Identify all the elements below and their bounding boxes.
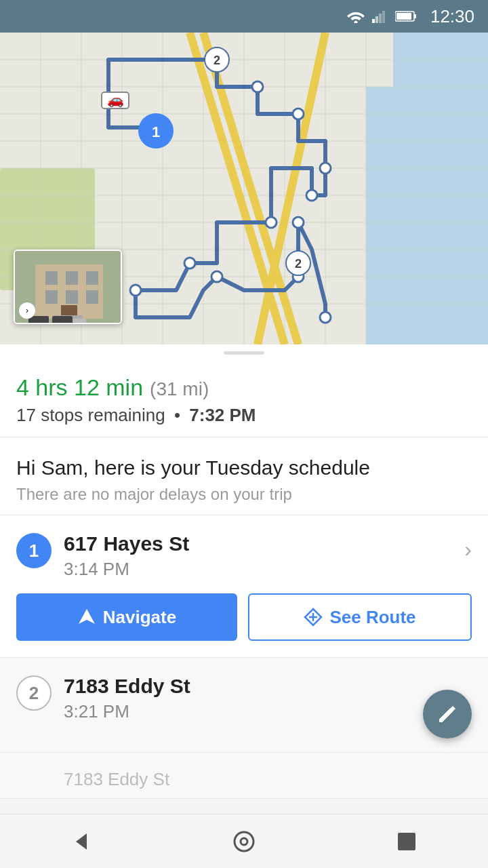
svg-rect-59: [45, 290, 58, 304]
trip-time-row: 4 hrs 12 min (31 mi): [16, 374, 472, 401]
svg-rect-57: [66, 271, 78, 285]
schedule-title: Hi Sam, here is your Tuesday schedule: [16, 456, 472, 479]
stop-2-time: 3:21 PM: [64, 701, 472, 722]
svg-text:2: 2: [295, 257, 302, 271]
svg-text:1: 1: [152, 123, 160, 140]
stop-1-actions: Navigate See Route: [16, 593, 472, 641]
stop-1-header: 1 617 Hayes St 3:14 PM ›: [16, 532, 472, 580]
stop-2-info: 7183 Eddy St 3:21 PM: [64, 674, 472, 722]
drag-pill: [224, 351, 264, 355]
status-time: 12:30: [430, 6, 474, 27]
svg-point-36: [293, 108, 304, 119]
svg-point-73: [241, 838, 247, 845]
route-diamond-icon: [304, 608, 323, 627]
stop-nav-button[interactable]: [386, 821, 427, 862]
navigate-button-label: Navigate: [103, 607, 176, 628]
svg-point-39: [266, 217, 277, 228]
svg-rect-56: [45, 271, 58, 285]
stop-2-number: 2: [29, 683, 39, 704]
svg-point-72: [235, 832, 253, 851]
svg-text:🚗: 🚗: [107, 92, 124, 108]
edit-pencil-icon: [436, 703, 458, 725]
svg-rect-2: [375, 16, 378, 23]
svg-rect-4: [382, 11, 385, 23]
edit-fab-button[interactable]: [423, 690, 472, 738]
home-icon: [232, 829, 256, 854]
stop-2-address: 7183 Eddy St: [64, 674, 472, 698]
see-route-button[interactable]: See Route: [248, 593, 472, 641]
schedule-subtitle: There are no major delays on your trip: [16, 485, 472, 504]
drag-handle[interactable]: [0, 344, 488, 361]
svg-marker-67: [79, 609, 95, 624]
stop-1-badge: 1: [16, 533, 52, 568]
trip-summary: 4 hrs 12 min (31 mi) 17 stops remaining …: [0, 361, 488, 437]
battery-icon: [395, 10, 417, 22]
svg-rect-3: [379, 14, 382, 23]
svg-point-40: [184, 258, 195, 269]
trip-duration: 4 hrs 12 min: [16, 374, 143, 401]
svg-point-35: [252, 81, 263, 92]
back-nav-button[interactable]: [61, 821, 102, 862]
bottom-nav: [0, 814, 488, 868]
svg-point-37: [320, 163, 331, 174]
stop-2-header: 2 7183 Eddy St 3:21 PM: [16, 674, 472, 722]
stop-item-partial: 7183 Eddy St: [0, 753, 488, 799]
trip-stops-row: 17 stops remaining • 7:32 PM: [16, 405, 472, 426]
svg-text:2: 2: [214, 54, 220, 67]
svg-point-42: [211, 271, 222, 282]
map-area[interactable]: 2 2 🚗 1: [0, 33, 488, 344]
chevron-right-icon-1[interactable]: ›: [464, 537, 472, 562]
svg-rect-7: [396, 13, 411, 20]
svg-point-0: [354, 21, 357, 24]
stop-1-time: 3:14 PM: [64, 559, 458, 580]
street-photo-thumbnail[interactable]: ›: [14, 250, 122, 324]
schedule-header: Hi Sam, here is your Tuesday schedule Th…: [0, 437, 488, 515]
svg-marker-71: [76, 833, 87, 850]
see-route-button-label: See Route: [329, 607, 415, 628]
stop-icon: [396, 831, 417, 852]
svg-rect-58: [86, 271, 98, 285]
signal-icon: [372, 9, 388, 23]
navigate-button[interactable]: Navigate: [16, 593, 237, 641]
stop-item-1[interactable]: 1 617 Hayes St 3:14 PM › Navigate See Ro…: [0, 515, 488, 658]
home-nav-button[interactable]: [224, 821, 264, 862]
bullet: •: [174, 405, 180, 425]
trip-eta: 7:32 PM: [189, 405, 256, 425]
svg-rect-74: [398, 833, 415, 850]
svg-point-44: [293, 217, 304, 228]
svg-point-38: [306, 190, 317, 201]
svg-rect-60: [66, 290, 78, 304]
stops-remaining: 17 stops remaining: [16, 405, 165, 425]
stop-1-number: 1: [29, 540, 39, 561]
stop-2-badge: 2: [16, 675, 52, 711]
stop-item-2[interactable]: 2 7183 Eddy St 3:21 PM: [0, 658, 488, 753]
status-icons: 12:30: [346, 6, 474, 27]
status-bar: 12:30: [0, 0, 488, 33]
wifi-icon: [346, 9, 365, 23]
partial-stop-address: 7183 Eddy St: [16, 769, 472, 790]
navigate-arrow-icon: [77, 608, 96, 627]
svg-rect-66: [52, 316, 73, 324]
svg-point-45: [320, 312, 331, 323]
svg-point-41: [130, 285, 141, 296]
svg-rect-10: [366, 87, 488, 344]
trip-distance: (31 mi): [150, 378, 209, 400]
svg-rect-1: [372, 19, 375, 23]
stop-1-address: 617 Hayes St: [64, 532, 458, 556]
svg-rect-6: [414, 14, 416, 18]
svg-rect-61: [86, 290, 98, 304]
back-icon: [70, 831, 92, 852]
stop-1-info: 617 Hayes St 3:14 PM: [64, 532, 458, 580]
